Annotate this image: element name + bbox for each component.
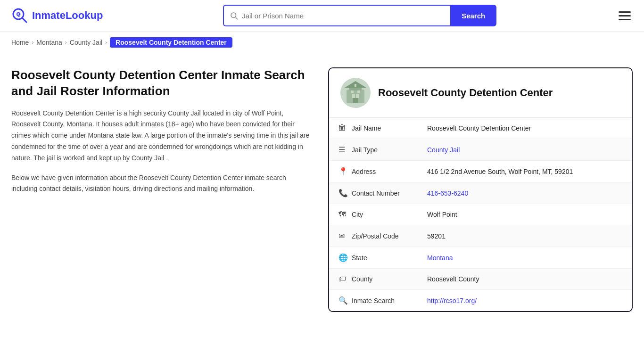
breadcrumb-chevron: › bbox=[65, 39, 67, 46]
jail-type-link[interactable]: County Jail bbox=[427, 146, 460, 154]
value-county: Roosevelt County bbox=[427, 275, 479, 283]
breadcrumb-chevron: › bbox=[105, 39, 107, 46]
search-area: Search bbox=[223, 5, 496, 26]
logo-text: InmateLookup bbox=[32, 9, 103, 22]
value-jail-type: County Jail bbox=[427, 146, 460, 154]
site-header: Q InmateLookup Search bbox=[0, 0, 644, 32]
label-address: Address bbox=[352, 168, 427, 175]
value-inmate-search: http://rcso17.org/ bbox=[427, 297, 477, 304]
value-contact: 416-653-6240 bbox=[427, 189, 468, 197]
label-contact: Contact Number bbox=[352, 189, 427, 197]
breadcrumb-montana[interactable]: Montana bbox=[36, 39, 62, 46]
globe-icon: 🌐 bbox=[339, 253, 352, 262]
card-facility-name: Roosevelt County Detention Center bbox=[378, 87, 553, 99]
value-zip: 59201 bbox=[427, 232, 446, 240]
info-row-state: 🌐 State Montana bbox=[329, 247, 632, 269]
state-link[interactable]: Montana bbox=[427, 254, 453, 262]
hamburger-line bbox=[619, 19, 631, 20]
svg-rect-10 bbox=[356, 94, 359, 98]
phone-link[interactable]: 416-653-6240 bbox=[427, 189, 468, 197]
breadcrumb-county-jail[interactable]: County Jail bbox=[70, 39, 102, 46]
breadcrumb-active: Roosevelt County Detention Center bbox=[110, 37, 232, 48]
page-description-1: Roosevelt County Detention Center is a h… bbox=[11, 108, 313, 164]
info-row-zip: ✉ Zip/Postal Code 59201 bbox=[329, 225, 632, 247]
svg-line-5 bbox=[236, 17, 238, 20]
card-header: Roosevelt County Detention Center bbox=[329, 68, 632, 118]
main-content: Roosevelt County Detention Center Inmate… bbox=[0, 53, 644, 326]
hamburger-line bbox=[619, 11, 631, 13]
label-jail-name: Jail Name bbox=[352, 124, 427, 132]
breadcrumb: Home › Montana › County Jail › Roosevelt… bbox=[0, 32, 644, 53]
label-inmate-search: Inmate Search bbox=[352, 297, 427, 304]
value-state: Montana bbox=[427, 254, 453, 262]
right-column: Roosevelt County Detention Center 🏛 Jail… bbox=[328, 67, 633, 312]
label-county: County bbox=[352, 275, 427, 283]
search-input[interactable] bbox=[242, 12, 445, 20]
svg-rect-14 bbox=[355, 84, 356, 87]
left-column: Roosevelt County Detention Center Inmate… bbox=[11, 67, 313, 312]
value-address: 416 1/2 2nd Avenue South, Wolf Point, MT… bbox=[427, 168, 573, 175]
label-zip: Zip/Postal Code bbox=[352, 232, 427, 240]
location-icon: 📍 bbox=[339, 167, 352, 176]
info-row-city: 🗺 City Wolf Point bbox=[329, 204, 632, 225]
search-button[interactable]: Search bbox=[450, 5, 496, 26]
county-icon: 🏷 bbox=[339, 275, 352, 283]
info-row-inmate-search: 🔍 Inmate Search http://rcso17.org/ bbox=[329, 290, 632, 311]
info-row-county: 🏷 County Roosevelt County bbox=[329, 269, 632, 290]
svg-rect-11 bbox=[351, 90, 354, 93]
svg-text:Q: Q bbox=[17, 12, 20, 17]
breadcrumb-home[interactable]: Home bbox=[11, 39, 29, 46]
label-jail-type: Jail Type bbox=[352, 146, 427, 154]
info-row-jail-name: 🏛 Jail Name Roosevelt County Detention C… bbox=[329, 118, 632, 139]
inmate-search-link[interactable]: http://rcso17.org/ bbox=[427, 297, 477, 304]
city-icon: 🗺 bbox=[339, 210, 352, 219]
value-city: Wolf Point bbox=[427, 211, 457, 218]
svg-point-4 bbox=[231, 13, 236, 18]
value-jail-name: Roosevelt County Detention Center bbox=[427, 124, 531, 132]
mail-icon: ✉ bbox=[339, 231, 352, 240]
label-state: State bbox=[352, 254, 427, 262]
info-row-jail-type: ☰ Jail Type County Jail bbox=[329, 139, 632, 161]
hamburger-menu-button[interactable] bbox=[617, 9, 633, 22]
breadcrumb-chevron: › bbox=[32, 39, 33, 46]
svg-rect-12 bbox=[357, 90, 360, 93]
facility-avatar bbox=[340, 78, 371, 108]
page-description-2: Below we have given information about th… bbox=[11, 173, 313, 195]
list-icon: ☰ bbox=[339, 145, 352, 154]
logo-icon: Q bbox=[11, 7, 28, 24]
svg-rect-9 bbox=[352, 94, 355, 98]
info-row-address: 📍 Address 416 1/2 2nd Avenue South, Wolf… bbox=[329, 161, 632, 182]
search-globe-icon: 🔍 bbox=[339, 296, 352, 305]
info-row-contact: 📞 Contact Number 416-653-6240 bbox=[329, 182, 632, 204]
search-icon bbox=[230, 11, 238, 20]
page-title: Roosevelt County Detention Center Inmate… bbox=[11, 67, 313, 99]
info-card: Roosevelt County Detention Center 🏛 Jail… bbox=[328, 67, 633, 312]
jail-icon: 🏛 bbox=[339, 124, 352, 132]
hamburger-line bbox=[619, 15, 631, 16]
label-city: City bbox=[352, 211, 427, 218]
logo-link[interactable]: Q InmateLookup bbox=[11, 7, 103, 24]
svg-line-1 bbox=[22, 18, 26, 22]
facility-building-icon bbox=[343, 80, 368, 106]
phone-icon: 📞 bbox=[339, 189, 352, 197]
search-input-wrap bbox=[223, 5, 450, 26]
svg-rect-13 bbox=[353, 98, 358, 103]
